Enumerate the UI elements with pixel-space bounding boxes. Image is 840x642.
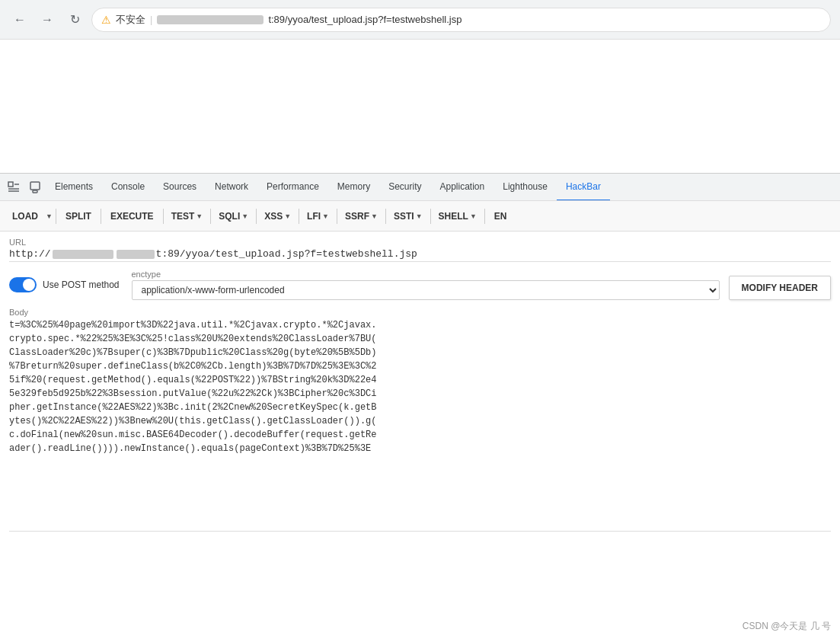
body-section: Body bbox=[9, 308, 831, 534]
lfi-arrow: ▼ bbox=[322, 212, 329, 220]
tab-application[interactable]: Application bbox=[431, 174, 494, 201]
sqli-dropdown[interactable]: SQLI ▼ bbox=[214, 208, 253, 225]
separator-8 bbox=[385, 209, 386, 224]
address-bar[interactable]: ⚠ 不安全 | t:89/yyoa/test_upload.jsp?f=test… bbox=[91, 8, 831, 32]
tab-network[interactable]: Network bbox=[206, 174, 257, 201]
modify-header-button[interactable]: MODIFY HEADER bbox=[729, 276, 831, 300]
url-label: URL bbox=[9, 238, 831, 247]
hackbar-content: URL http:// t:89/yyoa/test_upload.jsp?f=… bbox=[0, 232, 840, 642]
tab-lighthouse[interactable]: Lighthouse bbox=[493, 174, 557, 201]
tab-elements[interactable]: Elements bbox=[46, 174, 102, 201]
separator-10 bbox=[484, 209, 485, 224]
lfi-dropdown[interactable]: LFI ▼ bbox=[302, 208, 334, 225]
tab-sources[interactable]: Sources bbox=[154, 174, 206, 201]
separator-6 bbox=[299, 209, 299, 224]
watermark: CSDN @今天是 几 号 bbox=[743, 620, 831, 633]
enctype-label: enctype bbox=[132, 270, 720, 279]
post-toggle-label: Use POST method bbox=[43, 279, 120, 290]
url-section: URL http:// t:89/yyoa/test_upload.jsp?f=… bbox=[9, 238, 831, 262]
ssrf-arrow: ▼ bbox=[371, 212, 378, 220]
devtools-tabs-bar: Elements Console Sources Network Perform… bbox=[0, 174, 840, 201]
enctype-modify-section: enctype application/x-www-form-urlencode… bbox=[132, 270, 832, 300]
enctype-section: enctype application/x-www-form-urlencode… bbox=[132, 270, 720, 300]
devtools-inspect-icon[interactable] bbox=[3, 177, 24, 198]
ssti-arrow: ▼ bbox=[416, 212, 423, 220]
tab-memory[interactable]: Memory bbox=[328, 174, 379, 201]
security-warning-icon: ⚠ bbox=[101, 14, 111, 26]
back-button[interactable]: ← bbox=[9, 9, 30, 30]
browser-toolbar: ← → ↻ ⚠ 不安全 | t:89/yyoa/test_upload.jsp?… bbox=[0, 0, 840, 40]
xss-arrow: ▼ bbox=[284, 212, 291, 220]
hackbar-toolbar: LOAD ▼ SPLIT EXECUTE TEST ▼ SQLI ▼ XSS ▼… bbox=[0, 201, 840, 232]
tab-hackbar[interactable]: HackBar bbox=[557, 174, 610, 201]
tab-security[interactable]: Security bbox=[379, 174, 430, 201]
enctype-select[interactable]: application/x-www-form-urlencoded bbox=[132, 280, 720, 300]
url-blurred bbox=[157, 15, 263, 24]
page-content-area bbox=[0, 40, 840, 173]
separator-1 bbox=[56, 209, 56, 224]
separator-3 bbox=[163, 209, 164, 224]
devtools-panel: Elements Console Sources Network Perform… bbox=[0, 173, 840, 642]
separator-5 bbox=[256, 209, 257, 224]
test-arrow: ▼ bbox=[196, 212, 203, 220]
ssrf-dropdown[interactable]: SSRF ▼ bbox=[340, 208, 382, 225]
url-visible: t:89/yyoa/test_upload.jsp?f=testwebshell… bbox=[268, 14, 462, 25]
split-button[interactable]: SPLIT bbox=[59, 208, 97, 225]
tab-performance[interactable]: Performance bbox=[257, 174, 328, 201]
post-toggle-section: Use POST method bbox=[9, 277, 120, 292]
ssti-dropdown[interactable]: SSTI ▼ bbox=[389, 208, 427, 225]
xss-dropdown[interactable]: XSS ▼ bbox=[260, 208, 295, 225]
execute-button[interactable]: EXECUTE bbox=[104, 208, 160, 225]
separator-2 bbox=[101, 209, 101, 224]
svg-rect-4 bbox=[30, 182, 40, 190]
body-textarea[interactable] bbox=[9, 318, 831, 532]
en-button[interactable]: EN bbox=[488, 208, 513, 225]
reload-button[interactable]: ↻ bbox=[64, 9, 85, 30]
tab-console[interactable]: Console bbox=[102, 174, 154, 201]
sqli-arrow: ▼ bbox=[241, 212, 248, 220]
svg-rect-0 bbox=[8, 182, 13, 187]
svg-rect-5 bbox=[33, 190, 37, 193]
load-button[interactable]: LOAD bbox=[6, 208, 44, 225]
post-toggle[interactable] bbox=[9, 277, 37, 292]
shell-arrow: ▼ bbox=[470, 212, 477, 220]
separator-9 bbox=[430, 209, 431, 224]
devtools-device-icon[interactable] bbox=[24, 177, 46, 198]
separator-4 bbox=[210, 209, 211, 224]
forward-button[interactable]: → bbox=[37, 9, 58, 30]
test-dropdown[interactable]: TEST ▼ bbox=[167, 208, 208, 225]
not-secure-label: 不安全 bbox=[116, 13, 145, 27]
separator-7 bbox=[337, 209, 337, 224]
body-label: Body bbox=[9, 308, 831, 317]
load-dropdown-arrow: ▼ bbox=[46, 212, 53, 220]
shell-dropdown[interactable]: SHELL ▼ bbox=[434, 208, 481, 225]
post-enctype-row: Use POST method enctype application/x-ww… bbox=[9, 270, 831, 300]
